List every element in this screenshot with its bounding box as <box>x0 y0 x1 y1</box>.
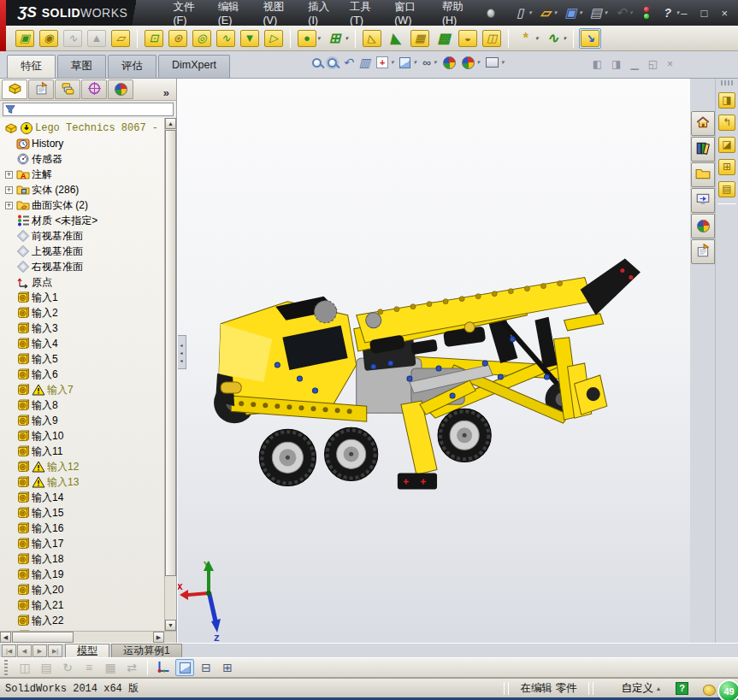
expand-toggle[interactable]: + <box>5 202 13 209</box>
horizontal-scroll-thumb[interactable] <box>12 632 74 643</box>
section-view-button[interactable]: ▥ <box>359 56 370 69</box>
tree-item[interactable]: 输入3 <box>4 321 164 336</box>
tile-left-document-button[interactable]: ◧ <box>593 58 602 70</box>
tree-item[interactable]: 输入8 <box>4 397 164 413</box>
dropdown-caret-icon[interactable]: ▾ <box>345 35 349 42</box>
print-button[interactable]: ▤▾ <box>587 3 610 22</box>
triad-visibility-button[interactable] <box>154 659 173 676</box>
graphics-area[interactable]: X Y Z ◂◂◂ <box>177 79 690 643</box>
intersect-button[interactable]: ▩ <box>433 28 455 49</box>
rib-feature-button[interactable]: ↰ <box>717 111 737 133</box>
tree-item[interactable]: 前视基准面 <box>4 228 164 244</box>
restore-document-button[interactable]: ◱ <box>648 58 658 70</box>
displaymanager-tab[interactable] <box>108 79 133 99</box>
quick-tips-icon[interactable]: ? <box>676 682 688 695</box>
tree-item[interactable]: +曲面实体 (2) <box>4 197 164 213</box>
previous-view-button[interactable]: ↶ <box>343 56 353 69</box>
solidworks-resources-tab[interactable] <box>691 111 715 136</box>
tree-item[interactable]: 上视基准面 <box>4 244 164 259</box>
dropdown-caret-icon[interactable]: ▾ <box>501 59 505 66</box>
scroll-down-button[interactable]: ▼ <box>165 620 176 631</box>
view-orientation-button[interactable]: +▾ <box>376 56 394 68</box>
close-document-button[interactable]: × <box>667 58 673 70</box>
tree-item[interactable]: 输入10 <box>4 428 164 444</box>
panel-overflow-chevron[interactable]: » <box>163 86 174 99</box>
dropdown-caret-icon[interactable]: ▾ <box>477 59 481 66</box>
maximize-window[interactable]: □ <box>701 7 708 20</box>
fillet-button[interactable]: ●▾ <box>296 28 322 49</box>
dropdown-caret-icon[interactable]: ▾ <box>528 9 532 16</box>
pin-icon[interactable] <box>487 9 495 18</box>
tree-item[interactable]: 输入14 <box>4 490 164 505</box>
notification-badge[interactable]: 49 <box>717 679 738 700</box>
tree-item[interactable]: History <box>4 136 164 151</box>
tree-item[interactable]: 输入1 <box>4 290 164 305</box>
scroll-left-button[interactable]: ◀ <box>0 632 11 643</box>
tree-item[interactable]: 原点 <box>4 274 164 290</box>
scroll-right-button[interactable]: ▶ <box>153 632 164 643</box>
tree-item[interactable]: 输入5 <box>4 351 164 367</box>
shaded-view-button[interactable] <box>175 659 194 676</box>
tree-item[interactable]: 输入6 <box>4 367 164 382</box>
shell-button[interactable]: ▦ <box>409 28 431 49</box>
tab-model[interactable]: 模型 <box>65 644 109 657</box>
crane-model[interactable] <box>197 238 660 504</box>
last-tab-button[interactable]: ▶| <box>48 644 62 657</box>
tile-right-document-button[interactable]: ◨ <box>611 58 621 70</box>
boundary-boss-button[interactable]: ▱ <box>109 28 132 49</box>
rib-button[interactable]: ◺ <box>361 28 383 49</box>
design-library-tab[interactable] <box>691 137 715 162</box>
tree-item[interactable]: 输入23 <box>4 628 164 631</box>
tree-item[interactable]: 输入17 <box>4 536 164 551</box>
draft-button[interactable]: ◣ <box>385 28 407 49</box>
tab-evaluate[interactable]: 评估 <box>108 55 156 78</box>
tree-item[interactable]: 输入20 <box>4 582 164 597</box>
wrap-feature-button[interactable]: ⊞ <box>717 156 737 178</box>
expand-toggle[interactable]: + <box>5 171 13 179</box>
tab-sketch[interactable]: 草图 <box>57 55 106 78</box>
tree-item[interactable]: 材质 <未指定> <box>4 213 164 228</box>
boundary-cut-button[interactable]: ▷ <box>263 28 285 49</box>
minimize-document-button[interactable]: ▁ <box>630 58 638 70</box>
tree-horizontal-scrollbar[interactable]: ◀ ▶ <box>0 632 164 643</box>
dropdown-caret-icon[interactable]: ▾ <box>391 59 394 66</box>
tree-item[interactable]: 传感器 <box>4 151 164 167</box>
zoom-to-fit-button[interactable] <box>312 58 322 68</box>
propertymanager-tab[interactable] <box>28 79 54 99</box>
vertical-scroll-thumb[interactable] <box>165 130 176 576</box>
lofted-cut-button[interactable]: ▼ <box>239 28 261 49</box>
first-tab-button[interactable]: |◀ <box>2 644 16 657</box>
revolved-cut-button[interactable]: ◎ <box>191 28 213 49</box>
configurationmanager-tab[interactable] <box>55 79 80 99</box>
dome-button[interactable]: ◒ <box>457 28 479 49</box>
dropdown-caret-icon[interactable]: ▾ <box>535 35 539 42</box>
mirror-feature-button[interactable]: ◨ <box>717 89 737 111</box>
tree-item[interactable]: 输入7 <box>4 382 164 397</box>
view-settings-button[interactable]: ▾ <box>486 57 505 68</box>
rebuild-traffic-light-button[interactable] <box>637 3 656 22</box>
revolved-boss-button[interactable]: ◉ <box>38 28 60 49</box>
dropdown-caret-icon[interactable]: ▾ <box>554 9 558 16</box>
tree-item[interactable]: +实体 (286) <box>4 182 164 197</box>
tree-item[interactable]: 输入9 <box>4 413 164 428</box>
viewport-four-button[interactable]: ⊞ <box>218 659 237 676</box>
dropdown-caret-icon[interactable]: ▾ <box>579 9 582 16</box>
mirror-button[interactable]: ◫ <box>481 28 503 49</box>
extruded-cut-button[interactable]: ⊡ <box>143 28 165 49</box>
tree-item[interactable]: 输入2 <box>4 305 164 321</box>
tab-dimxpert[interactable]: DimXpert <box>158 55 230 78</box>
tree-item[interactable]: Lego Technics 8067 - cr <box>4 121 164 136</box>
open-button[interactable]: ▱▾ <box>536 3 559 22</box>
swept-cut-button[interactable]: ∿ <box>215 28 237 49</box>
panel-collapse-handle[interactable]: ◂◂◂ <box>177 335 186 369</box>
featuremanager-tab[interactable] <box>2 79 27 99</box>
new-document-button[interactable]: ▯▾ <box>511 3 534 22</box>
tab-features[interactable]: 特征 <box>7 55 56 78</box>
shell-feature-button[interactable]: ▤ <box>717 178 737 200</box>
dropdown-caret-icon[interactable]: ▾ <box>564 35 567 42</box>
minimize-window[interactable]: – <box>681 7 687 20</box>
hide-show-items-button[interactable]: ∞▾ <box>422 56 437 69</box>
dropdown-caret-icon[interactable]: ▾ <box>629 9 633 16</box>
expand-toggle[interactable]: + <box>5 186 13 194</box>
edit-appearance-button[interactable] <box>443 56 456 69</box>
